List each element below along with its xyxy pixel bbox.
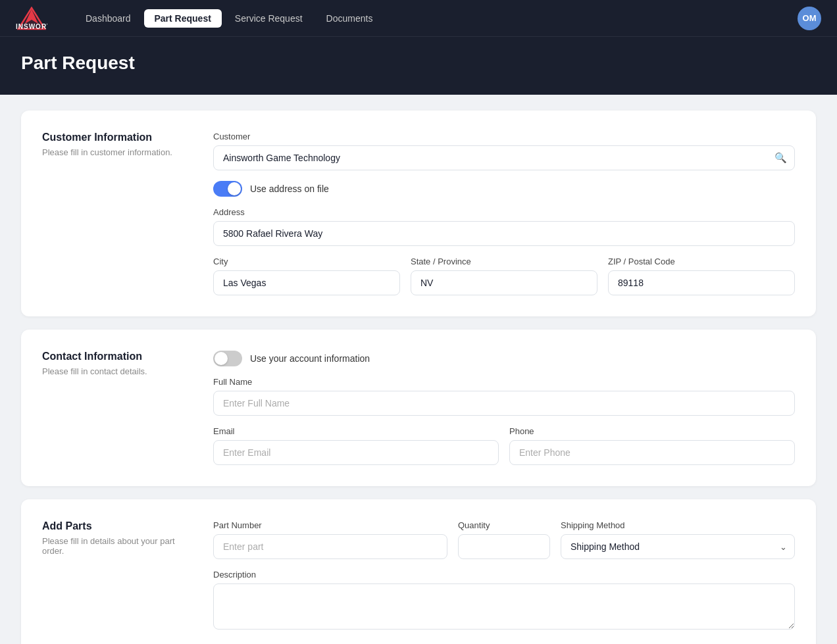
nav-dashboard[interactable]: Dashboard [75,9,141,28]
phone-label: Phone [509,426,795,436]
nav-part-request[interactable]: Part Request [144,9,222,28]
quantity-label: Quantity [458,520,550,530]
main-content: Customer Information Please fill in cust… [0,95,837,644]
state-field-group: State / Province [411,257,597,295]
search-icon: 🔍 [774,152,787,164]
part-number-field-group: Part Number [213,520,447,559]
phone-input[interactable] [509,440,795,465]
parts-card-right: Part Number Quantity Shipping Method Shi… [213,520,795,632]
phone-field-group: Phone [509,426,795,465]
description-input[interactable] [213,583,795,630]
customer-card-title: Customer Information [42,132,187,143]
address-toggle[interactable] [213,181,242,197]
contact-card-subtitle: Please fill in contact details. [42,366,187,376]
parts-main-row: Part Number Quantity Shipping Method Shi… [213,520,795,559]
navbar: INSWORTH Dashboard Part Request Service … [0,0,837,37]
account-toggle-row: Use your account information [213,351,795,366]
customer-card: Customer Information Please fill in cust… [21,111,816,316]
customer-input-wrapper: 🔍 [213,145,795,170]
shipping-method-select-wrapper: Shipping Method Standard Expedited Overn… [561,534,795,559]
toggle-thumb-off [215,352,228,365]
customer-label: Customer [213,132,795,141]
zip-input[interactable] [608,270,795,295]
state-input[interactable] [411,270,597,295]
address-toggle-label: Use address on file [250,184,329,194]
parts-card-title: Add Parts [42,520,187,532]
shipping-method-select[interactable]: Shipping Method Standard Expedited Overn… [561,534,795,559]
state-label: State / Province [411,257,597,266]
parts-card-left: Add Parts Please fill in details about y… [42,520,187,632]
description-field-group: Description [213,570,795,632]
part-number-input[interactable] [213,534,447,559]
fullname-field-group: Full Name [213,377,795,416]
customer-card-left: Customer Information Please fill in cust… [42,132,187,295]
account-toggle[interactable] [213,351,242,366]
address-input[interactable] [213,221,795,246]
city-field-group: City [213,257,400,295]
contact-card-title: Contact Information [42,351,187,362]
contact-card-left: Contact Information Please fill in conta… [42,351,187,465]
nav-service-request[interactable]: Service Request [224,9,313,28]
logo[interactable]: INSWORTH [16,7,49,30]
address-label: Address [213,207,795,217]
parts-card-subtitle: Please fill in details about your part o… [42,536,187,556]
nav-documents[interactable]: Documents [316,9,384,28]
customer-card-right: Customer 🔍 Use address on file Address [213,132,795,295]
email-field-group: Email [213,426,499,465]
page-title: Part Request [21,53,816,74]
shipping-method-field-group: Shipping Method Shipping Method Standard… [561,520,795,559]
customer-input[interactable] [213,145,795,170]
customer-card-subtitle: Please fill in customer information. [42,147,187,157]
address-toggle-row: Use address on file [213,181,795,197]
user-avatar[interactable]: OM [798,7,821,30]
zip-field-group: ZIP / Postal Code [608,257,795,295]
account-toggle-label: Use your account information [250,353,370,364]
city-input[interactable] [213,270,400,295]
toggle-thumb [228,182,241,195]
city-label: City [213,257,400,266]
zip-label: ZIP / Postal Code [608,257,795,266]
address-field-group: Address [213,207,795,246]
part-number-label: Part Number [213,520,447,530]
email-label: Email [213,426,499,436]
fullname-input[interactable] [213,391,795,416]
city-state-zip-row: City State / Province ZIP / Postal Code [213,257,795,295]
contact-card-right: Use your account information Full Name E… [213,351,795,465]
svg-text:INSWORTH: INSWORTH [16,23,47,30]
nav-links: Dashboard Part Request Service Request D… [75,9,798,28]
quantity-field-group: Quantity [458,520,550,559]
page-header: Part Request [0,37,837,95]
fullname-label: Full Name [213,377,795,387]
parts-card: Add Parts Please fill in details about y… [21,499,816,644]
contact-card: Contact Information Please fill in conta… [21,330,816,486]
description-label: Description [213,570,795,580]
shipping-method-label: Shipping Method [561,520,795,530]
email-phone-row: Email Phone [213,426,795,465]
customer-field-group: Customer 🔍 [213,132,795,170]
email-input[interactable] [213,440,499,465]
quantity-input[interactable] [458,534,550,559]
